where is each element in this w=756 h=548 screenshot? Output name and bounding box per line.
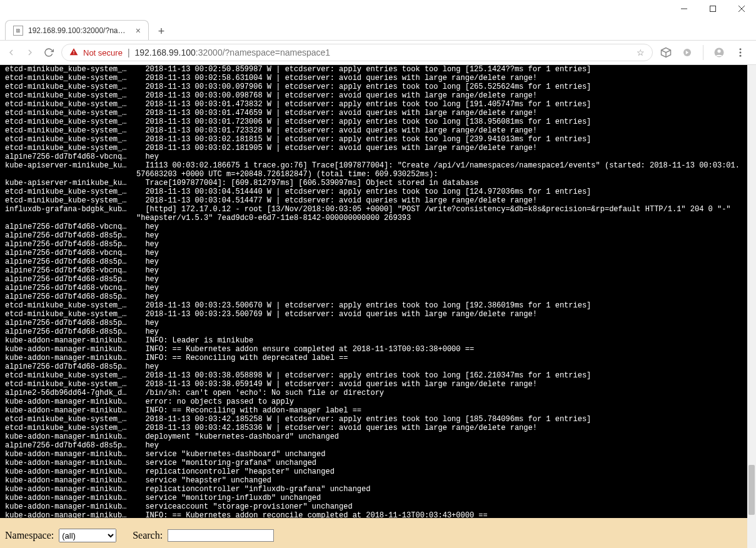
log-line: kube-addon-manager-minikub… service "mon… xyxy=(5,459,743,467)
log-source: etcd-minikube_kube-system_… xyxy=(5,144,136,152)
log-message: deployment "kubernetes-dashboard" unchan… xyxy=(136,432,339,441)
log-message: hey xyxy=(136,284,159,292)
log-source: alpine2-56db96dd64-7ghdk_d… xyxy=(5,389,136,397)
not-secure-label: Not secure xyxy=(83,48,123,57)
browser-tab[interactable]: 🗎 192.168.99.100:32000/?namespa × xyxy=(5,20,149,40)
log-source: etcd-minikube_kube-system_… xyxy=(5,126,136,135)
log-line: influxdb-grafana-bdgbk_kub… [httpd] 172.… xyxy=(5,205,743,222)
log-line: etcd-minikube_kube-system_… 2018-11-13 0… xyxy=(5,126,743,135)
log-line: etcd-minikube_kube-system_… 2018-11-13 0… xyxy=(5,310,743,319)
log-line: alpine7256-dd7bf4d68-d8s5p… hey xyxy=(5,441,743,450)
log-message: INFO: == Kubernetes addon ensure complet… xyxy=(136,345,474,354)
url-text: 192.168.99.100:32000/?namespace=namespac… xyxy=(135,47,331,57)
log-line: kube-addon-manager-minikub… deployment "… xyxy=(5,432,743,441)
log-message: 2018-11-13 00:03:01.473832 W | etcdserve… xyxy=(136,100,591,109)
log-message: replicationcontroller "heapster" unchang… xyxy=(136,467,335,476)
svg-point-7 xyxy=(740,48,742,50)
profile-avatar-icon[interactable] xyxy=(713,47,725,58)
log-line: alpine7256-dd7bf4d68-d8s5p… hey xyxy=(5,275,743,284)
log-line: etcd-minikube_kube-system_… 2018-11-13 0… xyxy=(5,144,743,152)
filter-bar: Namespace: (all) Search: xyxy=(0,518,747,548)
log-line: kube-addon-manager-minikub… replicationc… xyxy=(5,467,743,476)
window-maximize-button[interactable] xyxy=(698,0,727,17)
log-source: kube-addon-manager-minikub… xyxy=(5,476,136,485)
tab-title: 192.168.99.100:32000/?namespa xyxy=(28,26,131,35)
address-bar[interactable]: Not secure | 192.168.99.100:32000/?names… xyxy=(61,44,653,61)
log-message: replicationcontroller "influxdb-grafana"… xyxy=(136,485,370,494)
log-source: kube-addon-manager-minikub… xyxy=(5,336,136,345)
page-viewport: etcd-minikube_kube-system_… 2018-11-13 0… xyxy=(0,65,756,548)
log-message: 2018-11-13 00:03:42.185258 W | etcdserve… xyxy=(136,415,591,424)
log-message: hey xyxy=(136,266,159,275)
log-terminal[interactable]: etcd-minikube_kube-system_… 2018-11-13 0… xyxy=(0,65,747,518)
log-source: etcd-minikube_kube-system_… xyxy=(5,415,136,424)
log-message: [httpd] 172.17.0.12 - root [13/Nov/2018:… xyxy=(136,205,743,222)
new-tab-button[interactable]: + xyxy=(153,22,170,40)
log-line: etcd-minikube_kube-system_… 2018-11-13 0… xyxy=(5,74,743,82)
log-line: etcd-minikube_kube-system_… 2018-11-13 0… xyxy=(5,424,743,432)
log-message: /bin/sh: can't open 'echo': No such file… xyxy=(136,389,384,397)
browser-menu-icon[interactable] xyxy=(735,47,746,58)
log-message: 2018-11-13 00:03:01.723006 W | etcdserve… xyxy=(136,117,591,126)
svg-point-6 xyxy=(717,49,720,52)
url-path: /?namespace=namespace1 xyxy=(223,47,330,57)
log-source: kube-addon-manager-minikub… xyxy=(5,406,136,415)
log-source: alpine7256-dd7bf4d68-d8s5p… xyxy=(5,292,136,301)
log-line: alpine7256-dd7bf4d68-d8s5p… hey xyxy=(5,319,743,327)
namespace-select[interactable]: (all) xyxy=(59,529,116,542)
log-source: etcd-minikube_kube-system_… xyxy=(5,74,136,82)
log-line: alpine7256-dd7bf4d68-d8s5p… hey xyxy=(5,231,743,240)
browser-toolbar: Not secure | 192.168.99.100:32000/?names… xyxy=(0,40,756,65)
log-message: 2018-11-13 00:03:04.514477 W | etcdserve… xyxy=(136,196,537,205)
log-line: alpine7256-dd7bf4d68-d8s5p… hey xyxy=(5,327,743,336)
log-source: etcd-minikube_kube-system_… xyxy=(5,371,136,380)
log-source: etcd-minikube_kube-system_… xyxy=(5,380,136,389)
log-line: etcd-minikube_kube-system_… 2018-11-13 0… xyxy=(5,415,743,424)
page-favicon-icon: 🗎 xyxy=(13,26,23,36)
back-button[interactable] xyxy=(6,47,16,57)
log-line: kube-addon-manager-minikub… INFO: == Rec… xyxy=(5,406,743,415)
log-line: kube-addon-manager-minikub… error: no ob… xyxy=(5,397,743,406)
log-message: 2018-11-13 00:03:23.500670 W | etcdserve… xyxy=(136,301,591,310)
search-input[interactable] xyxy=(168,529,274,542)
window-close-button[interactable] xyxy=(727,0,756,17)
log-source: alpine7256-dd7bf4d68-d8s5p… xyxy=(5,231,136,240)
tab-close-icon[interactable]: × xyxy=(136,26,141,36)
log-message: 2018-11-13 00:03:00.098768 W | etcdserve… xyxy=(136,91,537,100)
log-message: hey xyxy=(136,319,159,327)
log-source: etcd-minikube_kube-system_… xyxy=(5,91,136,100)
reload-button[interactable] xyxy=(44,47,54,57)
log-line: kube-addon-manager-minikub… service "hea… xyxy=(5,476,743,485)
log-line: etcd-minikube_kube-system_… 2018-11-13 0… xyxy=(5,117,743,126)
log-line: etcd-minikube_kube-system_… 2018-11-13 0… xyxy=(5,82,743,91)
scrollbar-thumb[interactable] xyxy=(748,465,755,515)
log-source: etcd-minikube_kube-system_… xyxy=(5,65,136,74)
url-port: :32000 xyxy=(196,47,223,57)
log-line: kube-addon-manager-minikub… INFO: == Kub… xyxy=(5,511,743,518)
log-line: alpine7256-dd7bf4d68-d8s5p… hey xyxy=(5,240,743,249)
vertical-scrollbar[interactable] xyxy=(747,65,756,548)
log-line: etcd-minikube_kube-system_… 2018-11-13 0… xyxy=(5,371,743,380)
bookmark-star-icon[interactable]: ☆ xyxy=(637,47,645,57)
log-line: alpine7256-dd7bf4d68-vbcnq… hey xyxy=(5,266,743,275)
log-line: etcd-minikube_kube-system_… 2018-11-13 0… xyxy=(5,91,743,100)
log-source: alpine7256-dd7bf4d68-d8s5p… xyxy=(5,275,136,284)
log-line: alpine7256-dd7bf4d68-vbcnq… hey xyxy=(5,222,743,231)
log-source: kube-apiserver-minikube_ku… xyxy=(5,161,136,179)
toolbar-divider xyxy=(703,45,703,60)
log-line: etcd-minikube_kube-system_… 2018-11-13 0… xyxy=(5,65,743,74)
extension-circle-icon[interactable] xyxy=(682,47,693,58)
search-label: Search: xyxy=(133,530,163,541)
log-line: kube-addon-manager-minikub… INFO: Leader… xyxy=(5,336,743,345)
log-source: kube-addon-manager-minikub… xyxy=(5,467,136,476)
browser-tabstrip: 🗎 192.168.99.100:32000/?namespa × + xyxy=(0,17,756,40)
window-minimize-button[interactable] xyxy=(670,0,698,17)
log-source: alpine7256-dd7bf4d68-d8s5p… xyxy=(5,240,136,249)
log-message: 2018-11-13 00:02:58.631004 W | etcdserve… xyxy=(136,74,537,82)
log-source: kube-addon-manager-minikub… xyxy=(5,345,136,354)
log-message: service "monitoring-grafana" unchanged xyxy=(136,459,316,467)
log-message: 2018-11-13 00:02:50.859987 W | etcdserve… xyxy=(136,65,591,74)
log-message: serviceaccount "storage-provisioner" unc… xyxy=(136,502,353,511)
extension-cube-icon[interactable] xyxy=(660,47,672,58)
forward-button[interactable] xyxy=(25,47,35,57)
